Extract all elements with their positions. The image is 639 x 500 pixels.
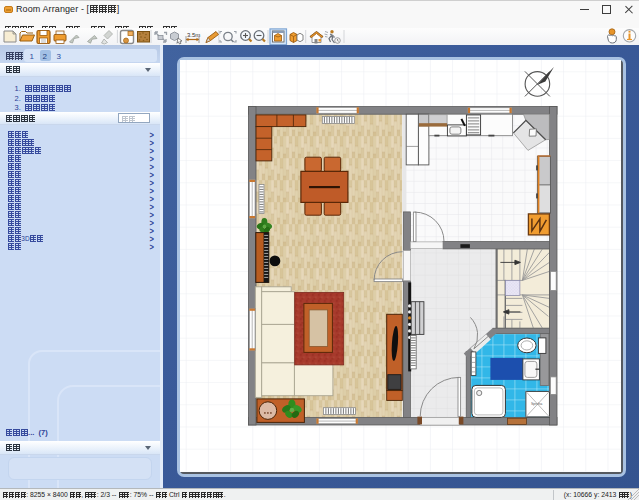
- svg-text:Sprcha: Sprcha: [531, 403, 542, 407]
- svg-text:3.5m: 3.5m: [187, 32, 200, 38]
